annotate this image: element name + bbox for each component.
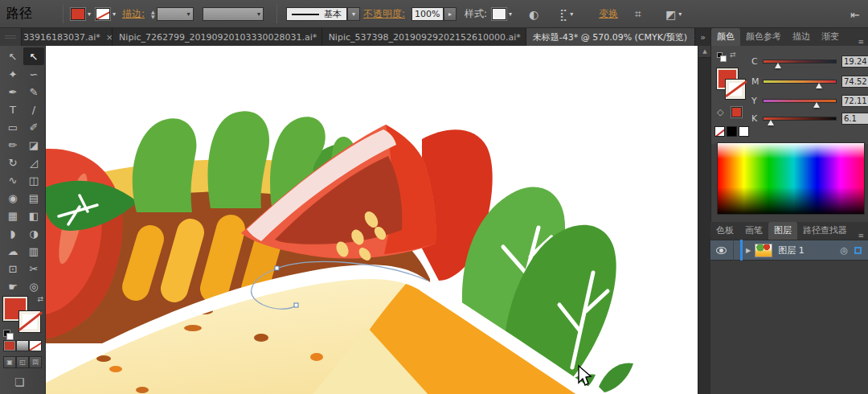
tab-swatches[interactable]: 色板 [710, 222, 739, 240]
curvature-tool[interactable]: ✎ [23, 83, 44, 101]
cyan-slider[interactable] [763, 60, 837, 64]
anchor-point[interactable] [275, 266, 279, 270]
target-circle-icon[interactable]: ◎ [840, 245, 848, 256]
direct-selection-tool[interactable]: ↖ [23, 47, 44, 65]
variable-width-dropdown[interactable]: ▾ [203, 0, 264, 28]
swap-fill-stroke-icon[interactable]: ⇄ [37, 295, 43, 303]
eraser-tool[interactable]: ◪ [23, 136, 44, 154]
draw-normal-icon[interactable]: ▣ [3, 356, 16, 368]
tab-color[interactable]: 颜色 [711, 28, 740, 46]
color-spectrum[interactable] [717, 142, 865, 215]
doc-tab-2[interactable]: Nipic_7262799_20190920103330028031.ai* × [113, 28, 322, 46]
draw-inside-icon[interactable]: 回 [29, 356, 42, 368]
rotate-tool[interactable]: ↻ [2, 154, 23, 171]
color-button[interactable] [3, 340, 16, 351]
hand-tool[interactable]: ☛ [2, 277, 23, 295]
tools-dock-grip[interactable] [0, 28, 22, 46]
stroke-proxy-swatch[interactable] [726, 80, 745, 99]
pen-tool[interactable]: ✒ [2, 83, 23, 101]
swap-fill-stroke-icon[interactable]: ⇄ [730, 51, 736, 59]
free-transform-tool[interactable]: ◫ [23, 171, 44, 189]
transform-link[interactable]: 变换 [599, 0, 618, 28]
style-swatch[interactable] [492, 8, 506, 20]
layer-name[interactable]: 图层 1 [778, 244, 840, 257]
scale-tool[interactable]: ◿ [23, 154, 44, 171]
stroke-none-swatch[interactable] [96, 8, 110, 20]
selection-tool[interactable]: ↖ [2, 47, 23, 65]
chevron-down-icon[interactable]: ▾ [113, 10, 116, 18]
arrange-icon[interactable]: ◩ [665, 8, 676, 21]
collapse-dock-icon[interactable]: ⇤ [850, 0, 860, 28]
style-swatch-button[interactable]: ▾ [492, 0, 512, 28]
tab-color-guide[interactable]: 颜色参考 [740, 28, 787, 46]
slider-handle[interactable] [768, 120, 774, 125]
pencil-tool[interactable]: ✏ [2, 136, 23, 154]
gradient-tool[interactable]: ◧ [23, 207, 44, 224]
expand-triangle-icon[interactable]: ▶ [746, 247, 751, 254]
chevron-down-icon[interactable]: ▾ [570, 10, 573, 18]
tab-stroke[interactable]: 描边 [787, 28, 816, 46]
lasso-tool[interactable]: ∽ [23, 65, 44, 83]
scroll-up-icon[interactable]: ▲ [698, 46, 711, 58]
doc-tab-active[interactable]: 未标题-43* @ 570.09% (CMYK/预览) × [526, 28, 696, 46]
doc-tab-label[interactable]: Nipic_537398_20190929202152610000.ai* [329, 32, 521, 43]
screen-mode-icon[interactable]: ❏ [14, 376, 25, 388]
tab-brushes[interactable]: 画笔 [739, 222, 768, 240]
brush-dropdown-button[interactable]: ▾ [347, 7, 360, 21]
blend-tool[interactable]: ◑ [23, 224, 44, 242]
symbol-sprayer-tool[interactable]: ☁ [2, 242, 23, 260]
layer-thumbnail[interactable] [755, 244, 772, 257]
black-value[interactable]: 6.1 [841, 113, 868, 125]
recolor-artwork-icon[interactable]: ◐ [529, 0, 538, 28]
select-similar-icon[interactable]: ⣏ [559, 8, 567, 21]
yellow-value[interactable]: 72.11 [841, 95, 868, 107]
anchor-point[interactable] [294, 303, 298, 307]
layer-row[interactable]: ▶ 图层 1 ◎ [710, 240, 868, 261]
tab-overflow-icon[interactable]: » [695, 28, 710, 46]
opacity-field[interactable]: 100% ▸ [411, 0, 457, 28]
yellow-slider[interactable] [763, 99, 837, 103]
select-similar-button[interactable]: ⣏ ▾ [559, 0, 573, 28]
fill-color-swatch[interactable] [71, 8, 85, 20]
slice-tool[interactable]: ✂ [23, 260, 44, 277]
chevron-down-icon[interactable]: ▾ [257, 10, 260, 18]
chevron-down-icon[interactable]: ▾ [187, 10, 190, 18]
close-icon[interactable]: × [106, 32, 113, 43]
doc-tab-3[interactable]: Nipic_537398_20190929202152610000.ai* × [322, 28, 526, 46]
vertical-scrollbar[interactable]: ▲ [698, 46, 710, 394]
stroke-panel-link[interactable]: 描边: [122, 0, 145, 28]
gamut-color-swatch[interactable] [731, 107, 742, 117]
align-artboard-icon[interactable]: ⌗ [635, 0, 641, 28]
slider-handle[interactable] [816, 83, 822, 88]
zoom-tool[interactable]: ◎ [23, 277, 44, 295]
stroke-weight-stepper[interactable]: ▲▼ ▾ [151, 0, 194, 28]
black-swatch[interactable] [727, 126, 737, 137]
tab-layers[interactable]: 图层 [768, 222, 797, 240]
black-slider[interactable] [763, 117, 837, 121]
arrange-button[interactable]: ◩ ▾ [665, 0, 682, 28]
magenta-value[interactable]: 74.52 [841, 76, 868, 88]
none-swatch[interactable] [714, 126, 725, 137]
shape-builder-tool[interactable]: ◉ [2, 189, 23, 207]
doc-tab-1[interactable]: 33916183037.ai* × [22, 28, 113, 46]
eyedropper-tool[interactable]: ◗ [2, 224, 23, 242]
rectangle-tool[interactable]: ▭ [2, 118, 23, 136]
doc-tab-label[interactable]: 未标题-43* @ 570.09% (CMYK/预览) [533, 31, 687, 43]
chevron-down-icon[interactable]: ▾ [509, 10, 512, 18]
visibility-eye-icon[interactable] [716, 247, 727, 254]
none-button[interactable] [29, 340, 42, 351]
fill-color-button[interactable]: ▾ [71, 0, 91, 28]
stroke-color-button[interactable]: ▾ [96, 0, 116, 28]
magic-wand-tool[interactable]: ✦ [2, 65, 23, 83]
width-tool[interactable]: ∿ [2, 171, 23, 189]
brush-definition[interactable]: 基本 ▾ [286, 0, 360, 28]
opacity-stepper-button[interactable]: ▸ [444, 7, 457, 21]
graph-tool[interactable]: ▥ [23, 242, 44, 260]
white-swatch[interactable] [739, 126, 749, 137]
gradient-button[interactable] [16, 340, 29, 351]
stroke-weight-dropdown[interactable]: ▾ [157, 7, 194, 21]
doc-tab-label[interactable]: 33916183037.ai* [23, 32, 100, 43]
stepper-down-icon[interactable]: ▼ [151, 14, 155, 19]
doc-tab-label[interactable]: Nipic_7262799_20190920103330028031.ai* [119, 32, 317, 43]
out-of-gamut-cube-icon[interactable]: ◇ [717, 107, 723, 117]
